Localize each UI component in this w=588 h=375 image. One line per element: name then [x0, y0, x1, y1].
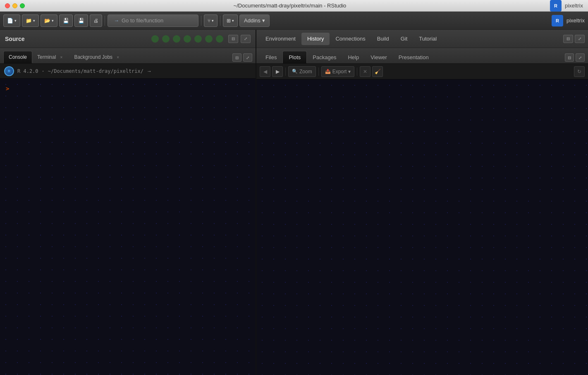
tab-plots[interactable]: Plots — [282, 51, 307, 63]
source-header: Source ⊟ ⤢ — [0, 30, 256, 48]
plots-forward-button[interactable]: ▶ — [272, 66, 283, 77]
console-body[interactable]: > — [0, 79, 256, 375]
tab-environment-label: Environment — [265, 36, 296, 42]
header-dot-1 — [151, 35, 159, 43]
tab-packages[interactable]: Packages — [307, 51, 342, 63]
zoom-label: Zoom — [299, 69, 312, 75]
tab-connections[interactable]: Connections — [330, 33, 371, 45]
save-all-button[interactable]: 💾 — [74, 14, 88, 27]
console-path-arrow: → — [147, 68, 152, 74]
plots-export-button[interactable]: 📤 Export ▾ — [321, 66, 355, 77]
toolbar-separator-1 — [105, 16, 105, 26]
tab-presentation[interactable]: Presentation — [393, 51, 435, 63]
toolbar-user-label: pixeltrix — [566, 17, 585, 24]
broom-icon: 🧹 — [375, 69, 381, 75]
plots-divider-3 — [357, 67, 357, 76]
print-button[interactable]: 🖨 — [90, 14, 102, 27]
new-project-button[interactable]: 📁 ▾ — [22, 14, 39, 27]
rstudio-logo: R — [550, 0, 562, 12]
plots-delete-button[interactable]: ✕ — [360, 66, 370, 77]
source-expand-button[interactable]: ⤢ — [241, 35, 251, 43]
env-expand-button[interactable]: ⤢ — [575, 35, 585, 43]
console-info-bar: R R 4.2.0 · ~/Documents/matt-dray/pixelt… — [0, 64, 256, 79]
tab-build[interactable]: Build — [371, 33, 395, 45]
tab-connections-label: Connections — [335, 36, 365, 42]
new-file-icon: 📄 — [7, 18, 13, 24]
git-button[interactable]: ⑂ ▾ — [204, 14, 218, 27]
tab-terminal-label: Terminal — [37, 54, 56, 60]
goto-label: Go to file/function — [122, 17, 163, 24]
tab-viewer-label: Viewer — [370, 54, 387, 60]
tab-files-label: Files — [265, 54, 277, 60]
tab-environment[interactable]: Environment — [260, 33, 301, 45]
tab-git[interactable]: Git — [395, 33, 414, 45]
plots-zoom-button[interactable]: 🔍 Zoom — [288, 66, 316, 77]
rstudio-logo-toolbar: R — [552, 15, 563, 26]
header-dot-5 — [194, 35, 202, 43]
plots-toolbar: ◀ ▶ 🔍 Zoom 📤 Export ▾ ✕ 🧹 — [256, 64, 588, 79]
goto-file-button[interactable]: → Go to file/function — [108, 14, 198, 27]
tab-console[interactable]: Console — [3, 51, 32, 63]
files-expand-button[interactable]: ⤢ — [576, 53, 585, 62]
plots-refresh-button[interactable]: ↻ — [574, 66, 585, 77]
console-tab-bar: Console Terminal × Background Jobs × ⊟ ⤢ — [0, 48, 256, 64]
header-dot-6 — [205, 35, 213, 43]
save-button[interactable]: 💾 — [59, 14, 73, 27]
plots-back-icon: ◀ — [263, 69, 267, 75]
tab-files[interactable]: Files — [260, 51, 282, 63]
new-file-button[interactable]: 📄 ▾ — [3, 14, 20, 27]
plots-clear-button[interactable]: 🧹 — [372, 66, 383, 77]
maximize-button[interactable] — [20, 3, 25, 8]
tab-help[interactable]: Help — [342, 51, 365, 63]
addins-button[interactable]: Addins ▾ — [239, 14, 270, 27]
tab-history[interactable]: History — [301, 33, 330, 45]
tab-bar-expand-button[interactable]: ⤢ — [243, 53, 252, 62]
goto-arrow-icon: → — [114, 17, 119, 24]
tab-background-jobs[interactable]: Background Jobs × — [69, 51, 126, 63]
layout-button[interactable]: ⊞ ▾ — [223, 14, 238, 27]
traffic-lights — [5, 3, 25, 8]
tab-history-label: History — [307, 36, 324, 42]
plots-content — [256, 79, 588, 375]
source-collapse-button[interactable]: ⊟ — [228, 35, 238, 43]
tab-background-jobs-label: Background Jobs — [74, 54, 112, 60]
git-icon: ⑂ — [208, 18, 210, 24]
titlebar: ~/Documents/matt-dray/pixeltrix/main - R… — [0, 0, 588, 12]
layout-arrow: ▾ — [232, 19, 234, 23]
tab-background-jobs-close[interactable]: × — [115, 54, 121, 60]
plots-forward-icon: ▶ — [276, 69, 280, 75]
header-dot-2 — [162, 35, 170, 43]
r-logo: R — [4, 66, 14, 76]
close-button[interactable] — [5, 3, 10, 8]
tab-help-label: Help — [348, 54, 359, 60]
tab-terminal[interactable]: Terminal × — [32, 51, 69, 63]
layout-icon: ⊞ — [227, 18, 231, 24]
tab-terminal-close[interactable]: × — [58, 54, 64, 60]
export-label: Export — [332, 69, 347, 75]
open-file-button[interactable]: 📂 ▾ — [41, 14, 57, 27]
tab-bar-collapse-button[interactable]: ⊟ — [232, 53, 241, 62]
tab-bar-icons: ⊟ ⤢ — [232, 53, 252, 63]
env-collapse-button[interactable]: ⊟ — [563, 35, 573, 43]
plots-divider-1 — [285, 67, 286, 76]
zoom-icon: 🔍 — [292, 69, 298, 74]
header-dot-3 — [173, 35, 180, 43]
environment-tab-bar: Environment History Connections Build Gi… — [256, 30, 588, 48]
save-all-icon: 💾 — [78, 18, 84, 24]
files-collapse-button[interactable]: ⊟ — [565, 53, 574, 62]
tab-viewer[interactable]: Viewer — [365, 51, 393, 63]
console-separator: · — [42, 68, 45, 74]
tab-packages-label: Packages — [313, 54, 336, 60]
git-arrow: ▾ — [212, 19, 214, 23]
right-panel: Environment History Connections Build Gi… — [256, 30, 588, 375]
tab-build-label: Build — [377, 36, 389, 42]
tab-tutorial[interactable]: Tutorial — [413, 33, 442, 45]
minimize-button[interactable] — [12, 3, 17, 8]
print-icon: 🖨 — [93, 18, 98, 24]
window-title: ~/Documents/matt-dray/pixeltrix/main - R… — [30, 2, 550, 9]
toolbar-separator-3 — [220, 16, 220, 26]
titlebar-right: R pixeltrix — [550, 0, 583, 12]
plots-back-button[interactable]: ◀ — [260, 66, 270, 77]
addins-label: Addins — [244, 17, 261, 24]
main-toolbar: 📄 ▾ 📁 ▾ 📂 ▾ 💾 💾 🖨 → Go to file/function … — [0, 12, 588, 30]
